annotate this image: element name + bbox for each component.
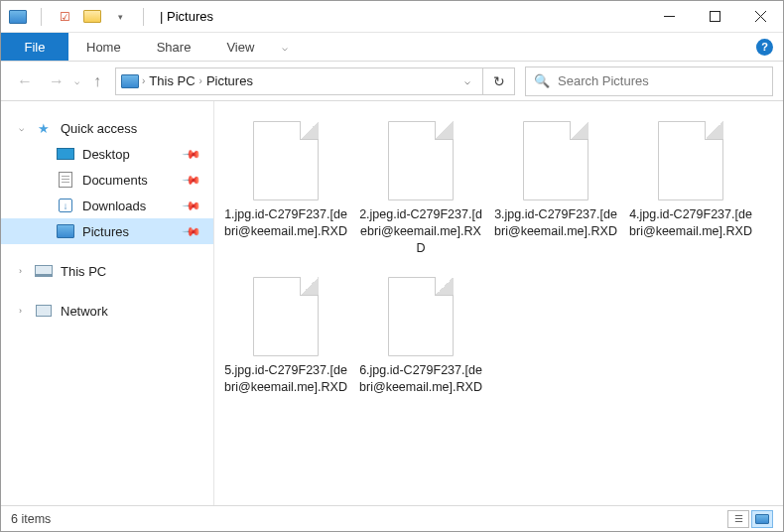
downloads-icon [57,199,74,212]
file-item[interactable]: 6.jpg.id-C279F237.[debri@keemail.me].RXD [357,271,484,402]
sidebar-this-pc[interactable]: › This PC [1,258,213,284]
file-icon [388,121,454,200]
window-title: | Pictures [160,9,213,24]
window-controls [646,1,783,33]
help-icon: ? [756,39,773,56]
nav-forward-button[interactable]: → [43,67,70,95]
minimize-button[interactable] [646,1,692,33]
file-name: 5.jpg.id-C279F237.[debri@keemail.me].RXD [224,362,347,396]
body: ⌵ ★ Quick access Desktop 📌 Documents 📌 D… [1,101,783,505]
maximize-button[interactable] [692,1,737,33]
separator [41,8,42,26]
sidebar-item-documents[interactable]: Documents 📌 [1,167,213,193]
chevron-down-icon[interactable]: ⌵ [19,123,24,133]
pin-icon: 📌 [182,170,202,191]
sidebar-item-label: Documents [82,173,148,188]
file-icon [253,277,319,356]
status-bar: 6 items ☰ [1,505,783,531]
pictures-icon [57,224,74,238]
view-icons-button[interactable] [751,510,773,528]
close-icon [755,11,766,22]
pin-icon: 📌 [182,221,202,242]
file-name: 6.jpg.id-C279F237.[debri@keemail.me].RXD [359,362,482,396]
minimize-icon [664,11,675,22]
file-item[interactable]: 2.jpeg.id-C279F237.[debri@keemail.me].RX… [357,115,484,263]
qat: ☑ ▾ [1,8,156,26]
ribbon-expand-icon[interactable]: ⌵ [272,33,298,61]
view-details-button[interactable]: ☰ [727,510,749,528]
sidebar-item-label: This PC [61,264,106,279]
search-box[interactable]: 🔍 [525,66,773,96]
sidebar-item-downloads[interactable]: Downloads 📌 [1,193,213,218]
sidebar-item-label: Downloads [82,199,146,213]
nav-history-dropdown[interactable]: ⌵ [74,76,79,86]
breadcrumb-location-icon [120,71,140,91]
ribbon-tab-share[interactable]: Share [139,33,209,61]
breadcrumb-segment-thispc[interactable]: This PC [145,73,198,88]
file-icon [523,121,588,200]
view-toggle: ☰ [727,510,773,528]
pin-icon: 📌 [182,144,202,165]
sidebar-quick-access[interactable]: ⌵ ★ Quick access [1,115,213,141]
file-item[interactable]: 3.jpg.id-C279F237.[debri@keemail.me].RXD [492,115,619,263]
sidebar-item-pictures[interactable]: Pictures 📌 [1,218,213,244]
status-item-count: 6 items [11,512,51,526]
maximize-icon [710,11,720,22]
network-icon [35,304,53,318]
file-pane[interactable]: 1.jpg.id-C279F237.[debri@keemail.me].RXD… [214,101,783,505]
file-item[interactable]: 4.jpg.id-C279F237.[debri@keemail.me].RXD [627,115,754,263]
sidebar-item-label: Pictures [82,224,129,239]
file-name: 4.jpg.id-C279F237.[debri@keemail.me].RXD [629,206,752,240]
refresh-button[interactable]: ↻ [483,67,515,95]
address-bar: ← → ⌵ ↑ › This PC › Pictures ⌵ ↻ 🔍 [1,62,783,101]
search-input[interactable] [558,73,764,88]
sidebar-item-label: Network [61,304,108,319]
sidebar-item-desktop[interactable]: Desktop 📌 [1,141,213,167]
qat-dropdown-icon[interactable]: ▾ [111,8,129,26]
thumbnails-icon [755,514,769,524]
explorer-window: ☑ ▾ | Pictures File Home Share View ⌵ ? [0,0,784,532]
nav-back-button[interactable]: ← [11,67,39,95]
chevron-right-icon[interactable]: › [19,306,22,316]
pc-icon [35,264,53,278]
close-button[interactable] [737,1,783,33]
file-item[interactable]: 5.jpg.id-C279F237.[debri@keemail.me].RXD [222,271,349,402]
file-name: 3.jpg.id-C279F237.[debri@keemail.me].RXD [494,206,617,240]
help-button[interactable]: ? [756,33,773,61]
ribbon-tab-view[interactable]: View [208,33,272,61]
sidebar-network[interactable]: › Network [1,298,213,324]
file-name: 1.jpg.id-C279F237.[debri@keemail.me].RXD [224,206,347,240]
titlebar: ☑ ▾ | Pictures [1,1,783,33]
breadcrumb-segment-pictures[interactable]: Pictures [202,73,257,88]
nav-up-button[interactable]: ↑ [83,67,111,95]
breadcrumb[interactable]: › This PC › Pictures ⌵ [115,67,483,95]
qat-newfolder-icon[interactable] [83,8,101,26]
breadcrumb-dropdown-icon[interactable]: ⌵ [457,75,478,86]
file-icon [253,121,319,200]
ribbon-tab-home[interactable]: Home [68,33,139,61]
file-icon [388,277,454,356]
navigation-pane: ⌵ ★ Quick access Desktop 📌 Documents 📌 D… [1,101,214,505]
file-icon [658,121,723,200]
star-icon: ★ [35,121,53,135]
separator [143,8,144,26]
qat-properties-icon[interactable]: ☑ [56,8,73,26]
sidebar-item-label: Desktop [82,147,130,162]
app-icon [9,8,27,26]
file-item[interactable]: 1.jpg.id-C279F237.[debri@keemail.me].RXD [222,115,349,263]
ribbon-file-tab[interactable]: File [1,33,68,61]
file-name: 2.jpeg.id-C279F237.[debri@keemail.me].RX… [359,206,482,257]
svg-rect-1 [710,12,719,22]
desktop-icon [57,147,74,161]
documents-icon [57,173,74,187]
search-icon: 🔍 [534,73,550,88]
ribbon: File Home Share View ⌵ ? [1,33,783,62]
sidebar-item-label: Quick access [61,121,137,136]
chevron-right-icon[interactable]: › [19,266,22,276]
pin-icon: 📌 [182,196,202,216]
file-grid: 1.jpg.id-C279F237.[debri@keemail.me].RXD… [222,115,775,401]
